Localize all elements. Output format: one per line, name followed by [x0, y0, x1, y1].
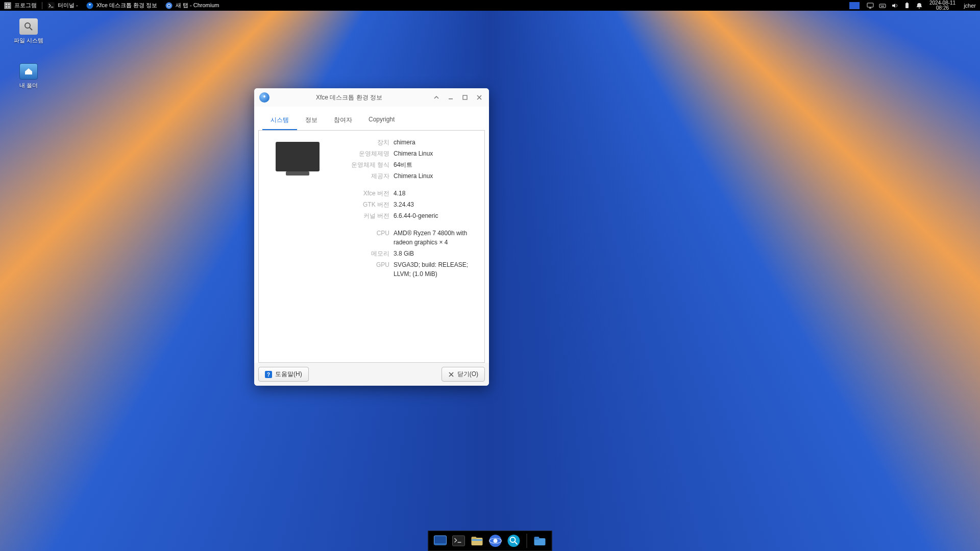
task-label: 터미널 - [58, 2, 78, 9]
magnifier-disk-icon [19, 18, 38, 35]
val-ostype: 64비트 [394, 160, 476, 169]
panel-separator [42, 2, 42, 9]
val-gpu: SVGA3D; build: RELEASE; LLVM; (1.0 MiB) [394, 260, 476, 279]
close-button-label: 닫기(O) [457, 370, 478, 379]
tab-content-system: 장치chimera 운영체제명Chimera Linux 운영체제 형식64비트… [258, 131, 485, 363]
chromium-icon [165, 2, 173, 9]
monitor-icon [276, 142, 320, 171]
val-cpu: AMD® Ryzen 7 4800h with radeon graphics … [394, 229, 476, 247]
keyboard-tray-icon[interactable] [876, 0, 889, 11]
apps-menu-label: 프로그램 [14, 2, 37, 9]
task-xfce-about[interactable]: Xfce 데스크톱 환경 정보 [82, 0, 161, 11]
dock-app-finder[interactable] [506, 534, 522, 548]
tab-contributors[interactable]: 참여자 [326, 111, 360, 130]
lbl-cpu: CPU [338, 229, 389, 247]
tab-info[interactable]: 정보 [297, 111, 326, 130]
svg-rect-22 [463, 95, 467, 99]
top-panel: 프로그램 터미널 - Xfce 데스크톱 환경 정보 새 탭 - Chromiu… [0, 0, 980, 11]
panel-left: 프로그램 터미널 - Xfce 데스크톱 환경 정보 새 탭 - Chromiu… [0, 0, 223, 11]
clock-date: 2024-08-11 [929, 1, 955, 6]
dock-file-manager[interactable] [470, 534, 485, 548]
val-osname: Chimera Linux [394, 149, 476, 158]
notifications-tray-icon[interactable] [913, 0, 925, 11]
clock[interactable]: 2024-08-11 08:26 [925, 1, 960, 11]
dock-terminal[interactable] [451, 534, 467, 548]
svg-rect-4 [8, 6, 10, 8]
svg-rect-1 [6, 4, 7, 5]
notebook: 시스템 정보 참여자 Copyright 장치chimera 운영체제명Chim… [258, 111, 485, 363]
svg-rect-15 [883, 5, 883, 6]
val-xfcever: 4.18 [394, 189, 476, 198]
user-menu[interactable]: jcher [960, 0, 980, 11]
lbl-vendor: 제공자 [338, 171, 389, 181]
svg-rect-21 [449, 98, 453, 99]
task-terminal[interactable]: 터미널 - [43, 0, 82, 11]
titlebar[interactable]: Xfce 데스크톱 환경 정보 [254, 88, 489, 107]
svg-rect-10 [867, 3, 873, 7]
lbl-osname: 운영체제명 [338, 149, 389, 158]
val-gtkver: 3.24.43 [394, 200, 476, 209]
help-button[interactable]: ? 도움말(H) [258, 367, 309, 382]
close-icon [448, 371, 454, 378]
close-button[interactable]: 닫기(O) [442, 367, 485, 382]
svg-rect-16 [884, 5, 884, 6]
workspace-switcher[interactable] [847, 0, 864, 11]
svg-point-6 [86, 2, 93, 9]
svg-rect-37 [534, 537, 540, 540]
display-tray-icon[interactable] [864, 0, 876, 11]
window-title: Xfce 데스크톱 환경 정보 [270, 93, 429, 102]
help-icon: ? [265, 371, 272, 378]
svg-point-20 [25, 23, 30, 28]
system-info-rows: 장치chimera 운영체제명Chimera Linux 운영체제 형식64비트… [338, 138, 476, 281]
xfce-about-icon [86, 2, 93, 9]
svg-rect-13 [880, 5, 881, 6]
task-chromium[interactable]: 새 탭 - Chromium [161, 0, 224, 11]
dock-show-desktop[interactable] [433, 534, 448, 548]
svg-rect-3 [6, 6, 7, 8]
bottom-dock [428, 531, 552, 551]
svg-rect-17 [881, 6, 884, 7]
val-device: chimera [394, 138, 476, 147]
lbl-kernel: 커널 버전 [338, 211, 389, 220]
window-maximize-button[interactable] [458, 91, 472, 104]
lbl-gtkver: GTK 버전 [338, 200, 389, 209]
val-vendor: Chimera Linux [394, 171, 476, 181]
val-kernel: 6.6.44-0-generic [394, 211, 476, 220]
dock-home-folder[interactable] [532, 534, 548, 548]
svg-rect-30 [472, 539, 482, 541]
tab-system[interactable]: 시스템 [262, 111, 297, 130]
desktop-icon-label: 파일 시스템 [8, 37, 49, 44]
lbl-mem: 메모리 [338, 249, 389, 258]
volume-tray-icon[interactable] [889, 0, 901, 11]
desktop-icon-label: 내 폴더 [8, 82, 49, 89]
app-icon [259, 92, 270, 103]
workspace-1-indicator [849, 2, 860, 9]
tab-copyright[interactable]: Copyright [360, 111, 403, 130]
val-mem: 3.8 GiB [394, 249, 476, 258]
svg-rect-5 [47, 2, 55, 9]
desktop-icon-home[interactable]: 내 폴더 [8, 63, 49, 89]
svg-rect-18 [905, 3, 909, 8]
xfce-about-dialog: Xfce 데스크톱 환경 정보 시스템 정보 참여자 Copyright 장치c… [254, 88, 489, 386]
apps-menu-icon [4, 2, 11, 9]
power-tray-icon[interactable] [901, 0, 913, 11]
applications-menu[interactable]: 프로그램 [0, 0, 41, 11]
svg-rect-12 [879, 4, 886, 8]
window-minimize-button[interactable] [444, 91, 457, 104]
dialog-buttonbar: ? 도움말(H) 닫기(O) [254, 363, 489, 386]
home-folder-icon [19, 63, 38, 80]
lbl-gpu: GPU [338, 260, 389, 279]
window-close-button[interactable] [473, 91, 486, 104]
user-label: jcher [964, 3, 976, 9]
svg-rect-0 [5, 3, 11, 9]
lbl-ostype: 운영체제 형식 [338, 160, 389, 169]
dock-web-browser[interactable] [488, 534, 503, 548]
window-rollup-button[interactable] [430, 91, 443, 104]
svg-text:?: ? [267, 372, 270, 378]
svg-rect-19 [906, 2, 908, 3]
svg-rect-29 [472, 537, 477, 539]
svg-rect-11 [869, 8, 871, 9]
panel-right: 2024-08-11 08:26 jcher [847, 0, 980, 11]
desktop-icon-filesystem[interactable]: 파일 시스템 [8, 18, 49, 44]
clock-time: 08:26 [929, 6, 955, 11]
